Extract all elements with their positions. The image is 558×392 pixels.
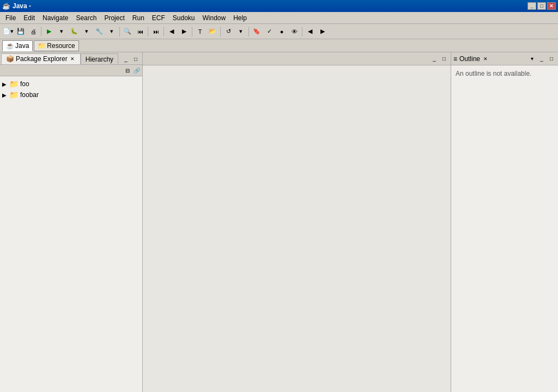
debug-dropdown[interactable]: ▾ bbox=[81, 26, 93, 38]
menu-edit[interactable]: Edit bbox=[20, 13, 38, 23]
outline-controls: ▾ _ □ bbox=[527, 55, 556, 63]
list-item[interactable]: ▶ 📁 foobar bbox=[2, 89, 140, 100]
outline-header: ≡ Outline ✕ ▾ _ □ bbox=[451, 52, 558, 65]
external-tools[interactable]: 🔧 bbox=[93, 26, 105, 38]
outline-content: An outline is not available. bbox=[451, 65, 558, 392]
title-bar-left: ☕ Java - bbox=[2, 2, 31, 10]
center-controls: _ □ bbox=[430, 55, 448, 63]
toolbar-sep-5 bbox=[192, 27, 192, 37]
center-panel: _ □ bbox=[143, 52, 451, 392]
hierarchy-label: Hierarchy bbox=[86, 56, 113, 63]
resource-perspective-icon: 📁 bbox=[38, 42, 46, 50]
left-panel: 📦 Package Explorer ✕ Hierarchy _ □ ⊟ 🔗 ▶… bbox=[0, 52, 143, 392]
back-button[interactable]: ◀ bbox=[304, 26, 316, 38]
list-item[interactable]: ▶ 📁 foo bbox=[2, 79, 140, 89]
collapse-all-button[interactable]: ⊟ bbox=[123, 66, 132, 75]
toolbar-sep-1 bbox=[41, 27, 41, 37]
folder-icon-foobar: 📁 bbox=[9, 91, 19, 99]
menu-file[interactable]: File bbox=[2, 13, 19, 23]
run-dropdown[interactable]: ▾ bbox=[56, 26, 68, 38]
menu-project[interactable]: Project bbox=[101, 13, 128, 23]
tree-label-foo: foo bbox=[20, 80, 29, 88]
debug-button[interactable]: 🐛 bbox=[68, 26, 80, 38]
print-button[interactable]: 🖨 bbox=[27, 26, 39, 38]
sync-dropdown[interactable]: ▾ bbox=[235, 26, 247, 38]
app-icon: ☕ bbox=[2, 2, 10, 10]
menu-bar: File Edit Navigate Search Project Run EC… bbox=[0, 12, 558, 24]
menu-ecf[interactable]: ECF bbox=[149, 13, 168, 23]
prev-annotation[interactable]: ⏮ bbox=[134, 26, 146, 38]
package-explorer-close-icon[interactable]: ✕ bbox=[69, 56, 76, 62]
java-perspective[interactable]: ☕ Java bbox=[2, 40, 33, 51]
java-perspective-label: Java bbox=[15, 42, 29, 50]
package-explorer-icon: 📦 bbox=[6, 55, 14, 63]
resource-perspective-label: Resource bbox=[47, 42, 75, 50]
right-panel: ≡ Outline ✕ ▾ _ □ An outline is not avai… bbox=[451, 52, 558, 392]
outline-icon: ≡ bbox=[453, 55, 457, 63]
save-button[interactable]: 💾 bbox=[15, 26, 27, 38]
left-panel-tabs: 📦 Package Explorer ✕ Hierarchy _ □ bbox=[0, 52, 142, 65]
toolbar-sep-4 bbox=[163, 27, 164, 37]
maximize-left-panel-button[interactable]: □ bbox=[131, 55, 140, 63]
open-type[interactable]: T bbox=[194, 26, 206, 38]
forward-button[interactable]: ▶ bbox=[317, 26, 329, 38]
outline-menu-icon[interactable]: ▾ bbox=[527, 55, 536, 63]
menu-window[interactable]: Window bbox=[199, 13, 229, 23]
new-button[interactable]: 📄▾ bbox=[2, 26, 14, 38]
breakpoint-button[interactable]: ● bbox=[276, 26, 288, 38]
title-bar-controls: _ □ ✕ bbox=[527, 2, 556, 10]
next-nav[interactable]: ▶ bbox=[178, 26, 190, 38]
package-explorer-content: ▶ 📁 foo ▶ 📁 foobar bbox=[0, 76, 142, 392]
folder-icon-foo: 📁 bbox=[9, 80, 19, 88]
tree-label-foobar: foobar bbox=[20, 91, 39, 99]
menu-run[interactable]: Run bbox=[129, 13, 148, 23]
link-editor-button[interactable]: 🔗 bbox=[132, 66, 141, 75]
panel-explorer-toolbar: ⊟ 🔗 bbox=[0, 65, 142, 76]
minimize-outline-button[interactable]: _ bbox=[537, 55, 546, 63]
editor-area bbox=[143, 65, 451, 392]
main-layout: 📦 Package Explorer ✕ Hierarchy _ □ ⊟ 🔗 ▶… bbox=[0, 52, 558, 392]
open-resource[interactable]: 📂 bbox=[207, 26, 219, 38]
perspective-bar: ☕ Java 📁 Resource bbox=[0, 39, 558, 52]
watch-button[interactable]: 👁 bbox=[288, 26, 300, 38]
maximize-center-button[interactable]: □ bbox=[440, 55, 448, 63]
menu-search[interactable]: Search bbox=[72, 13, 100, 23]
menu-sudoku[interactable]: Sudoku bbox=[169, 13, 198, 23]
toolbar-sep-6 bbox=[220, 27, 221, 37]
center-header: _ □ bbox=[143, 52, 451, 65]
expand-icon-foo[interactable]: ▶ bbox=[2, 81, 8, 87]
toolbar-sep-2 bbox=[119, 27, 120, 37]
outline-title: Outline bbox=[459, 55, 480, 63]
window-title: Java - bbox=[13, 2, 31, 10]
tab-package-explorer[interactable]: 📦 Package Explorer ✕ bbox=[1, 53, 81, 64]
maximize-button[interactable]: □ bbox=[537, 2, 546, 10]
task-button[interactable]: ✓ bbox=[263, 26, 275, 38]
minimize-center-button[interactable]: _ bbox=[430, 55, 439, 63]
prev-edit[interactable]: ◀ bbox=[166, 26, 178, 38]
outline-title-area: ≡ Outline ✕ bbox=[453, 55, 489, 63]
resource-perspective[interactable]: 📁 Resource bbox=[34, 40, 78, 51]
toolbar-sep-8 bbox=[302, 27, 302, 37]
bookmark-button[interactable]: 🔖 bbox=[251, 26, 263, 38]
sync-button[interactable]: ↺ bbox=[222, 26, 234, 38]
toolbar-sep-3 bbox=[148, 27, 148, 37]
next-edit[interactable]: ⏭ bbox=[150, 26, 162, 38]
search-button[interactable]: 🔍 bbox=[122, 26, 134, 38]
minimize-left-panel-button[interactable]: _ bbox=[122, 55, 130, 63]
run-button[interactable]: ▶ bbox=[43, 26, 55, 38]
menu-navigate[interactable]: Navigate bbox=[39, 13, 71, 23]
title-bar: ☕ Java - _ □ ✕ bbox=[0, 0, 558, 12]
outline-message: An outline is not available. bbox=[456, 70, 531, 77]
toolbar: 📄▾ 💾 🖨 ▶ ▾ 🐛 ▾ 🔧 ▾ 🔍 ⏮ ⏭ ◀ ▶ T 📂 ↺ ▾ 🔖 ✓… bbox=[0, 24, 558, 39]
outline-close-icon[interactable]: ✕ bbox=[482, 56, 489, 62]
expand-icon-foobar[interactable]: ▶ bbox=[2, 92, 8, 98]
ext-dropdown[interactable]: ▾ bbox=[106, 26, 118, 38]
close-button[interactable]: ✕ bbox=[547, 2, 556, 10]
java-perspective-icon: ☕ bbox=[6, 42, 14, 50]
minimize-button[interactable]: _ bbox=[527, 2, 536, 10]
maximize-outline-button[interactable]: □ bbox=[547, 55, 556, 63]
package-explorer-label: Package Explorer bbox=[16, 55, 68, 63]
menu-help[interactable]: Help bbox=[230, 13, 250, 23]
toolbar-sep-7 bbox=[248, 27, 249, 37]
tab-hierarchy[interactable]: Hierarchy bbox=[81, 53, 118, 64]
